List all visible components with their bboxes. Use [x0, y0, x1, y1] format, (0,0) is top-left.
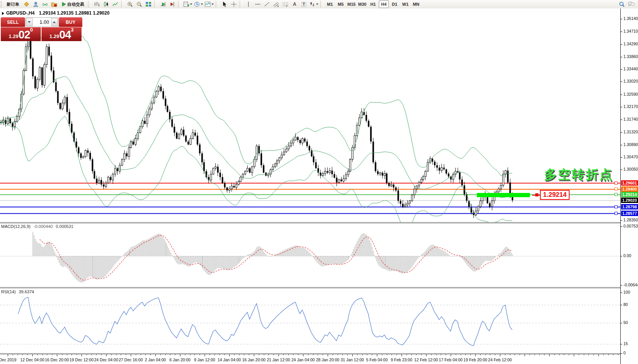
time-axis-tick: [461, 354, 461, 355]
buy-price-big: 04: [59, 29, 71, 40]
cursor-icon[interactable]: [220, 0, 229, 8]
time-axis-label: 27 Dec 16:00: [119, 357, 143, 362]
time-axis-tick: [116, 354, 117, 355]
svg-text:E: E: [277, 5, 279, 7]
time-axis-tick: [18, 354, 18, 355]
time-axis-tick: [72, 354, 72, 355]
price-callout-label: 1.29214: [540, 190, 570, 200]
time-axis-tick: [190, 354, 190, 355]
time-axis-tick: [608, 354, 609, 355]
sell-button[interactable]: 1.29 02 0: [1, 27, 41, 41]
time-axis-tick: [480, 354, 481, 355]
period-clock-icon[interactable]: [193, 0, 203, 8]
one-click-collapse-arrow[interactable]: [2, 12, 4, 15]
tile-windows-icon[interactable]: [144, 0, 153, 8]
zoom-out-icon[interactable]: [135, 0, 143, 8]
line-chart-icon[interactable]: [111, 0, 120, 8]
rsi-canvas[interactable]: [0, 288, 620, 353]
axis-label: 1.33440: [623, 66, 638, 71]
macd-canvas[interactable]: [0, 223, 620, 287]
time-axis-tick: [170, 354, 170, 355]
volume-input[interactable]: [33, 19, 51, 25]
axis-label: 1.34710: [623, 29, 638, 33]
chart-title: GBPUSD-,H4 1.29104 1.29135 1.28981 1.290…: [6, 10, 110, 16]
time-axis-tick: [401, 354, 402, 356]
price-chart-canvas[interactable]: [0, 8, 620, 222]
new-chart-icon[interactable]: [183, 0, 193, 8]
time-axis-tick: [165, 354, 166, 355]
crosshair-icon[interactable]: [230, 0, 238, 8]
time-axis-tick: [530, 354, 530, 355]
vertical-line-icon[interactable]: [244, 0, 253, 8]
time-axis-tick: [205, 354, 205, 356]
algo-folder-icon[interactable]: [50, 0, 58, 8]
time-axis[interactable]: Dec 201912 Dec 04:0016 Dec 20:0019 Dec 1…: [0, 354, 620, 364]
auto-scroll-icon[interactable]: [159, 0, 167, 8]
arrows-tool-icon[interactable]: [309, 0, 319, 8]
tf-mn-button[interactable]: MN: [411, 0, 421, 8]
tf-h1-button[interactable]: H1: [368, 0, 378, 8]
tf-d1-button[interactable]: D1: [390, 0, 400, 8]
text-tool-icon[interactable]: A: [290, 0, 299, 8]
macd-main-value: -0.000440: [33, 224, 53, 229]
time-axis-tick: [598, 354, 599, 356]
tf-m5-button[interactable]: M5: [336, 0, 346, 8]
tf-w1-button[interactable]: W1: [400, 0, 410, 8]
signals-icon[interactable]: [41, 0, 49, 8]
fibonacci-icon[interactable]: F: [281, 0, 290, 8]
candlestick-chart-icon[interactable]: [102, 0, 110, 8]
text-label-tool-icon[interactable]: T: [300, 0, 308, 8]
time-axis-tick: [268, 354, 269, 355]
time-axis-tick: [62, 354, 62, 355]
bar-chart-icon[interactable]: [93, 0, 101, 8]
zoom-in-icon[interactable]: [126, 0, 134, 8]
horizontal-line-icon[interactable]: [253, 0, 262, 8]
toolbar-grip: [1, 1, 3, 7]
axis-tick: [621, 157, 622, 158]
time-axis-tick: [293, 354, 293, 355]
axis-tick: [621, 19, 622, 19]
axis-tick: [621, 95, 622, 95]
search-icon[interactable]: [618, 0, 626, 8]
time-axis-tick: [111, 354, 112, 355]
tf-m30-button[interactable]: M30: [357, 0, 367, 8]
buy-button[interactable]: 1.29 04 3: [42, 27, 82, 41]
time-axis-tick: [106, 354, 107, 356]
price-axis[interactable]: 1.351401.347101.342901.338601.334401.330…: [620, 8, 638, 364]
market-icon[interactable]: [22, 0, 31, 8]
community-icon[interactable]: [32, 0, 40, 8]
volume-increase-button[interactable]: [51, 18, 58, 26]
axis-label: 1.30050: [623, 167, 638, 171]
tf-h4-button[interactable]: H4: [379, 0, 389, 8]
volume-decrease-button[interactable]: [26, 18, 33, 26]
time-axis-tick: [215, 354, 215, 355]
trendline-icon[interactable]: [263, 0, 271, 8]
autotrading-button[interactable]: 自动交易: [59, 0, 87, 8]
time-axis-tick: [185, 354, 185, 355]
tf-m15-button[interactable]: M15: [346, 0, 356, 8]
time-axis-tick: [180, 354, 180, 356]
time-axis-tick: [352, 354, 353, 356]
time-axis-tick: [535, 354, 535, 355]
time-axis-tick: [490, 354, 490, 355]
axis-label: 0: [623, 351, 626, 355]
time-axis-tick: [554, 354, 555, 355]
time-axis-tick: [362, 354, 363, 355]
channel-icon[interactable]: E: [272, 0, 280, 8]
time-axis-label: 24 Jan 04:00: [292, 357, 315, 362]
time-axis-tick: [539, 354, 540, 355]
time-axis-tick: [136, 354, 136, 355]
support-highlight-bar: [477, 193, 530, 197]
tf-m1-button[interactable]: M1: [325, 0, 335, 8]
time-axis-tick: [82, 354, 82, 356]
new-order-button[interactable]: 新订单: [4, 0, 22, 8]
time-axis-tick: [515, 354, 515, 355]
indicators-icon[interactable]: [204, 0, 214, 8]
chart-shift-icon[interactable]: [168, 0, 177, 8]
time-axis-tick: [377, 354, 377, 356]
time-axis-tick: [121, 354, 121, 355]
macd-signal-value: 0.000531: [56, 224, 73, 229]
price-line-label: 1.29400: [621, 186, 638, 192]
time-axis-tick: [416, 354, 416, 355]
chat-icon[interactable]: [627, 0, 635, 8]
